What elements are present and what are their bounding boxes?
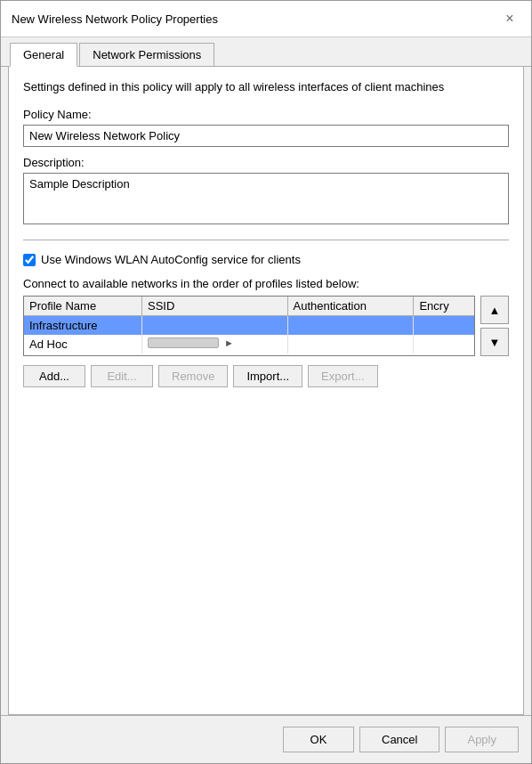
- row-ssid: [142, 316, 287, 336]
- policy-name-input[interactable]: [23, 125, 509, 147]
- profile-table-wrapper: Profile Name SSID Authentication Encry I…: [23, 296, 475, 356]
- dialog-footer: OK Cancel Apply: [1, 715, 531, 763]
- table-row[interactable]: Ad Hoc ►: [24, 335, 474, 354]
- row-enc: [414, 335, 474, 354]
- tab-content-general: Settings defined in this policy will app…: [8, 67, 524, 715]
- tab-network-permissions[interactable]: Network Permissions: [79, 43, 214, 66]
- apply-button[interactable]: Apply: [445, 727, 519, 752]
- tab-bar: General Network Permissions: [1, 37, 531, 67]
- profile-table: Profile Name SSID Authentication Encry I…: [24, 297, 474, 354]
- checkbox-row: Use Windows WLAN AutoConfig service for …: [23, 253, 509, 266]
- add-button[interactable]: Add...: [23, 365, 85, 387]
- down-arrow-icon: ▼: [489, 336, 501, 349]
- row-auth: [287, 316, 414, 336]
- col-authentication: Authentication: [287, 297, 414, 316]
- title-bar: New Wireless Network Policy Properties ×: [1, 1, 531, 37]
- info-text: Settings defined in this policy will app…: [23, 79, 509, 95]
- col-profile-name: Profile Name: [24, 297, 142, 316]
- import-button[interactable]: Import...: [233, 365, 302, 387]
- policy-name-label: Policy Name:: [23, 108, 509, 121]
- side-buttons: ▲ ▼: [480, 296, 509, 356]
- up-arrow-icon: ▲: [489, 304, 501, 317]
- export-button[interactable]: Export...: [308, 365, 377, 387]
- row-profile-name: Ad Hoc: [24, 335, 142, 354]
- description-label: Description:: [23, 156, 509, 169]
- wlan-autoconfig-checkbox[interactable]: [23, 254, 36, 266]
- profile-table-area: Profile Name SSID Authentication Encry I…: [23, 296, 509, 356]
- close-button[interactable]: ×: [499, 8, 520, 29]
- move-up-button[interactable]: ▲: [480, 296, 509, 324]
- profile-action-buttons: Add... Edit... Remove Import... Export..…: [23, 365, 509, 387]
- remove-button[interactable]: Remove: [158, 365, 228, 387]
- edit-button[interactable]: Edit...: [91, 365, 153, 387]
- profiles-label: Connect to available networks in the ord…: [23, 277, 509, 290]
- description-input[interactable]: Sample Description: [23, 173, 509, 224]
- move-down-button[interactable]: ▼: [480, 328, 509, 356]
- row-ssid: ►: [142, 335, 287, 354]
- col-encryption: Encry: [414, 297, 474, 316]
- scroll-right-icon: ►: [224, 337, 234, 348]
- row-profile-name: Infrastructure: [24, 316, 142, 336]
- tab-general[interactable]: General: [10, 43, 77, 67]
- mini-scrollbar[interactable]: [148, 337, 219, 348]
- wlan-autoconfig-label: Use Windows WLAN AutoConfig service for …: [41, 253, 301, 266]
- row-enc: [414, 316, 474, 336]
- dialog-title: New Wireless Network Policy Properties: [12, 12, 218, 26]
- row-auth: [287, 335, 414, 354]
- table-row[interactable]: Infrastructure: [24, 316, 474, 336]
- divider: [23, 240, 509, 240]
- dialog-window: New Wireless Network Policy Properties ×…: [0, 0, 532, 764]
- ok-button[interactable]: OK: [283, 727, 354, 752]
- col-ssid: SSID: [142, 297, 287, 316]
- cancel-button[interactable]: Cancel: [359, 727, 439, 752]
- ad-hoc-scroll: ►: [148, 337, 281, 348]
